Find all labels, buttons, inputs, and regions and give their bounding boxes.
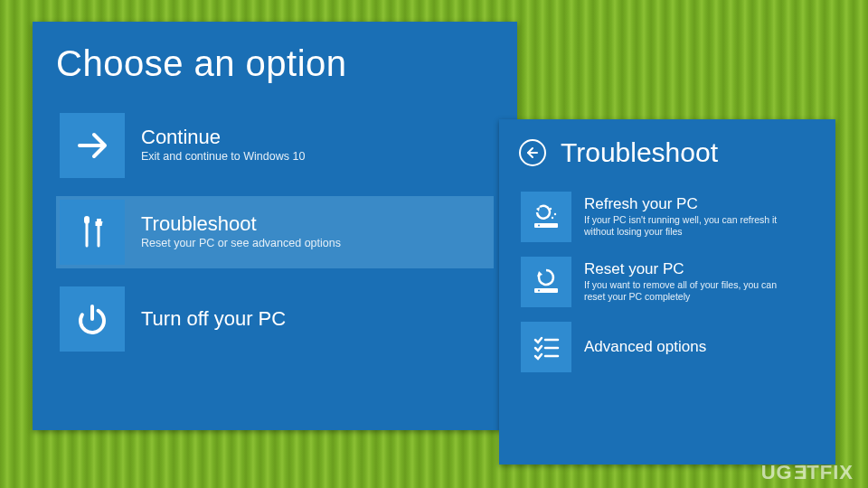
reset-pc-icon <box>521 257 571 307</box>
svg-point-8 <box>538 290 540 292</box>
option-text: Advanced options <box>584 339 706 356</box>
advanced-icon <box>521 322 571 372</box>
option-advanced[interactable]: Advanced options <box>519 320 816 374</box>
arrow-right-icon <box>60 113 125 178</box>
svg-rect-7 <box>534 288 558 293</box>
page-title: Choose an option <box>56 43 494 84</box>
option-text: Turn off your PC <box>141 308 286 330</box>
svg-point-3 <box>538 225 540 227</box>
option-text: Reset your PC If you want to remove all … <box>584 261 783 304</box>
option-title: Continue <box>141 127 305 148</box>
option-text: Troubleshoot Reset your PC or see advanc… <box>141 213 341 251</box>
refresh-pc-icon <box>521 192 571 242</box>
option-desc: Reset your PC or see advanced options <box>141 237 341 251</box>
option-continue[interactable]: Continue Exit and continue to Windows 10 <box>56 109 494 182</box>
option-desc: If your PC isn't running well, you can r… <box>584 214 783 238</box>
option-text: Continue Exit and continue to Windows 10 <box>141 127 305 164</box>
option-reset-pc[interactable]: Reset your PC If you want to remove all … <box>519 255 816 309</box>
tools-icon <box>60 200 125 265</box>
option-title: Reset your PC <box>584 261 783 278</box>
watermark: UGETFIX <box>761 461 854 484</box>
power-icon <box>60 286 125 352</box>
sub-title: Troubleshoot <box>561 137 718 168</box>
option-text: Refresh your PC If your PC isn't running… <box>584 196 783 239</box>
choose-option-panel: Choose an option Continue Exit and conti… <box>33 22 517 430</box>
option-title: Troubleshoot <box>141 213 341 235</box>
option-refresh-pc[interactable]: Refresh your PC If your PC isn't running… <box>519 190 816 244</box>
option-title: Refresh your PC <box>584 196 783 213</box>
svg-point-5 <box>554 213 556 215</box>
sub-header: Troubleshoot <box>519 137 816 168</box>
option-power-off[interactable]: Turn off your PC <box>56 283 494 355</box>
svg-rect-2 <box>534 223 558 228</box>
troubleshoot-panel: Troubleshoot Refresh your PC If your PC … <box>499 119 835 465</box>
option-troubleshoot[interactable]: Troubleshoot Reset your PC or see advanc… <box>56 196 494 268</box>
back-button[interactable] <box>519 139 546 166</box>
svg-point-4 <box>550 208 552 210</box>
arrow-left-icon <box>525 145 540 160</box>
option-desc: If you want to remove all of your files,… <box>584 279 783 303</box>
option-title: Advanced options <box>584 339 706 356</box>
option-title: Turn off your PC <box>141 308 286 330</box>
svg-point-6 <box>552 217 553 219</box>
option-desc: Exit and continue to Windows 10 <box>141 150 305 164</box>
